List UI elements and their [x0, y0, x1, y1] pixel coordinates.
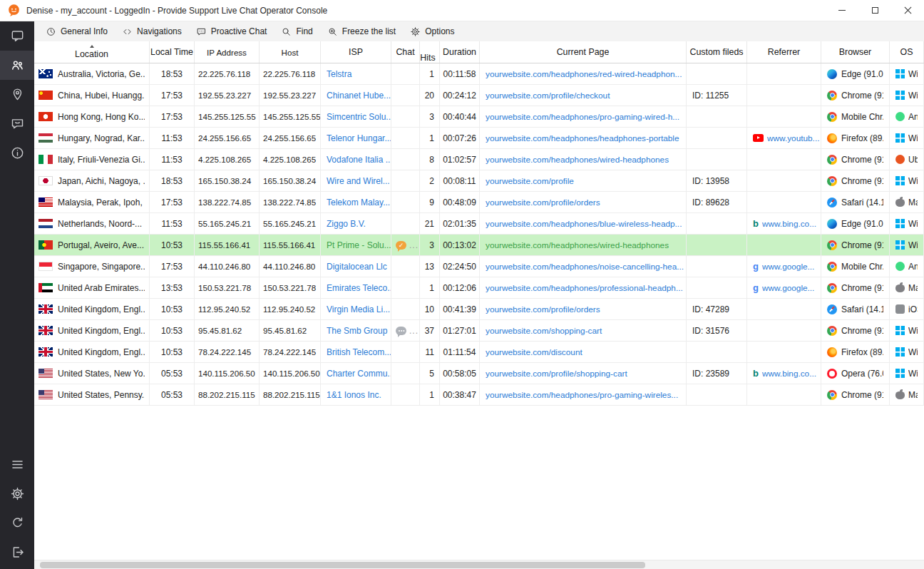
chrome-icon	[827, 326, 837, 336]
visitor-row[interactable]: China, Hubei, Huangg...17:53192.55.23.22…	[34, 85, 924, 106]
toolbar-navigations[interactable]: Navigations	[115, 21, 189, 41]
visitor-row[interactable]: United States, New Yo...05:53140.115.206…	[34, 363, 924, 384]
current-page-link[interactable]: yourwebsite.com/headphones/headphones-po…	[486, 133, 679, 143]
sidebar-bottom	[0, 450, 34, 569]
toolbar-general-info[interactable]: General Info	[38, 21, 115, 41]
scrollbar-thumb[interactable]	[40, 562, 645, 568]
column-header-time[interactable]: Local Time	[150, 41, 195, 63]
isp-link[interactable]: Telekom Malay...	[327, 198, 390, 207]
visitor-row[interactable]: Italy, Friuli-Venezia Gi...11:534.225.10…	[34, 149, 924, 170]
current-page-link[interactable]: yourwebsite.com/profile/orders	[486, 304, 600, 314]
horizontal-scrollbar[interactable]	[34, 560, 924, 569]
referrer-link[interactable]: www.google...	[762, 283, 814, 293]
current-page-link[interactable]: yourwebsite.com/profile/shopping-cart	[486, 369, 627, 379]
isp-link[interactable]: 1&1 Ionos Inc.	[327, 390, 381, 400]
isp-link[interactable]: Pt Prime - Solu...	[327, 240, 391, 250]
sidebar-item-settings[interactable]	[0, 479, 34, 508]
visitor-row[interactable]: United Kingdom, Engl...10:5395.45.81.629…	[34, 320, 924, 342]
isp-link[interactable]: British Telecom...	[327, 347, 391, 357]
column-header-browser[interactable]: Browser	[821, 41, 890, 63]
isp-link[interactable]: Telstra	[327, 69, 351, 79]
my-flag-icon	[38, 198, 53, 207]
column-header-duration[interactable]: Duration	[440, 41, 480, 63]
referrer-link[interactable]: www.bing.co...	[762, 369, 816, 379]
minimize-button[interactable]	[826, 0, 858, 21]
column-header-ip[interactable]: IP Address	[195, 41, 260, 63]
toolbar-label: Find	[296, 26, 312, 36]
column-header-chat[interactable]: Chat	[391, 41, 420, 63]
sidebar-item-menu[interactable]	[0, 450, 34, 479]
sidebar-item-conversations[interactable]	[0, 109, 34, 138]
sidebar-item-geo-location[interactable]	[0, 80, 34, 109]
cell-referrer	[747, 106, 821, 127]
current-page-link[interactable]: yourwebsite.com/profile/checkout	[486, 91, 610, 101]
current-page-link[interactable]: yourwebsite.com/shopping-cart	[486, 326, 602, 336]
isp-link[interactable]: Ziggo B.V.	[327, 219, 366, 229]
isp-link[interactable]: Emirates Teleco...	[327, 283, 391, 293]
current-page-link[interactable]: yourwebsite.com/headphones/pro-gaming-wi…	[486, 112, 679, 122]
current-page-link[interactable]: yourwebsite.com/profile	[486, 176, 574, 186]
toolbar-freeze-the-list[interactable]: Freeze the list	[320, 21, 403, 41]
sidebar-item-logout[interactable]	[0, 538, 34, 567]
sidebar-item-info[interactable]	[0, 138, 34, 168]
sidebar-item-visitors[interactable]	[0, 51, 34, 80]
toolbar-find[interactable]: Find	[274, 21, 319, 41]
visitor-row[interactable]: Malaysia, Perak, Ipoh, ...17:53138.222.7…	[34, 192, 924, 213]
toolbar-proactive-chat[interactable]: Proactive Chat	[189, 21, 274, 41]
visitor-row[interactable]: Australia, Victoria, Ge...18:5322.225.76…	[34, 63, 924, 85]
isp-link[interactable]: Digitalocean Llc	[327, 262, 387, 272]
column-header-hits[interactable]: Hits	[420, 41, 440, 63]
toolbar-options[interactable]: Options	[403, 21, 461, 41]
column-header-host[interactable]: Host	[260, 41, 321, 63]
sidebar-item-sync[interactable]	[0, 508, 34, 538]
visitor-row[interactable]: United Kingdom, Engl...10:5378.24.222.14…	[34, 342, 924, 363]
os-label: Win	[908, 347, 918, 357]
visitor-row[interactable]: Japan, Aichi, Nagoya, ...18:53165.150.38…	[34, 170, 924, 192]
referrer-link[interactable]: www.youtub...	[767, 133, 819, 143]
column-label: Duration	[443, 47, 476, 57]
us-flag-icon	[38, 390, 53, 399]
visitor-row[interactable]: Hong Kong, Hong Ko...17:53145.255.125.55…	[34, 106, 924, 128]
visitor-row[interactable]: Netherlands, Noord-...11:5355.165.245.21…	[34, 213, 924, 235]
visitor-row[interactable]: Hungary, Nograd, Kar...11:5324.255.156.6…	[34, 128, 924, 149]
visitor-row[interactable]: Portugal, Aveiro, Ave...10:53115.55.166.…	[34, 235, 924, 256]
column-header-os[interactable]: OS	[890, 41, 924, 63]
close-button[interactable]	[891, 0, 924, 21]
current-page-link[interactable]: yourwebsite.com/headphones/professional-…	[486, 283, 683, 293]
isp-link[interactable]: The Smb Group	[327, 326, 387, 336]
isp-link[interactable]: Simcentric Solu...	[327, 112, 391, 122]
current-page-link[interactable]: yourwebsite.com/headphones/wired-headpho…	[486, 240, 669, 250]
isp-link[interactable]: Chinanet Hube...	[327, 91, 391, 101]
cell-duration: 00:08:11	[440, 170, 480, 191]
column-header-page[interactable]: Current Page	[480, 41, 687, 63]
column-header-custom[interactable]: Custom fileds	[687, 41, 747, 63]
isp-link[interactable]: Charter Commu...	[327, 369, 391, 379]
isp-link[interactable]: Virgin Media Li...	[327, 304, 390, 314]
location-text: Singapore, Singapore...	[58, 262, 145, 272]
referrer-link[interactable]: www.google...	[762, 262, 814, 272]
current-page-link[interactable]: yourwebsite.com/headphones/wired-headpho…	[486, 155, 669, 165]
visitor-row[interactable]: United States, Pennsy...05:5388.202.215.…	[34, 384, 924, 406]
isp-link[interactable]: Telenor Hungar...	[327, 133, 391, 143]
isp-link[interactable]: Wire and Wirel...	[327, 176, 390, 186]
column-header-isp[interactable]: ISP	[321, 41, 391, 63]
sort-ascending-icon	[90, 45, 94, 48]
cell-os: Mac	[890, 384, 924, 405]
sidebar-item-chats[interactable]	[0, 21, 34, 51]
visitor-row[interactable]: United Kingdom, Engl...10:53112.95.240.5…	[34, 299, 924, 320]
visitor-row[interactable]: United Arab Emirates...13:53150.53.221.7…	[34, 277, 924, 299]
visitor-row[interactable]: Singapore, Singapore...17:5344.110.246.8…	[34, 256, 924, 277]
browser-label: Edge (91.0...	[841, 219, 883, 229]
column-header-referrer[interactable]: Referrer	[747, 41, 821, 63]
maximize-button[interactable]	[858, 0, 891, 21]
current-page-link[interactable]: yourwebsite.com/profile/orders	[486, 198, 600, 207]
current-page-link[interactable]: yourwebsite.com/headphones/red-wired-hea…	[486, 69, 682, 79]
isp-link[interactable]: Vodafone Italia ...	[327, 155, 391, 165]
current-page-link[interactable]: yourwebsite.com/discount	[486, 347, 582, 357]
current-page-link[interactable]: yourwebsite.com/headphones/blue-wireless…	[486, 219, 682, 229]
referrer-link[interactable]: www.bing.co...	[762, 219, 816, 229]
current-page-link[interactable]: yourwebsite.com/headphones/noise-cancell…	[486, 262, 684, 272]
cell-page: yourwebsite.com/profile/orders	[480, 299, 687, 319]
column-header-location[interactable]: Location	[34, 41, 150, 63]
current-page-link[interactable]: yourwebsite.com/headphones/pro-gaming-wi…	[486, 390, 678, 400]
